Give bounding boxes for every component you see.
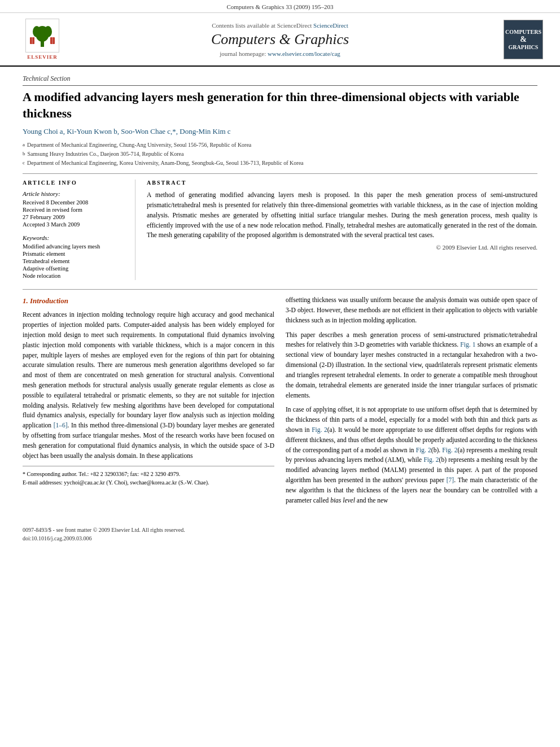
divider2 [23,289,537,290]
intro-heading: 1. Introduction [23,295,274,307]
fig2b-link-2[interactable]: Fig. 2 [423,456,439,463]
abstract-copyright: © 2009 Elsevier Ltd. All rights reserved… [147,244,537,251]
journal-header: ELSEVIER Contents lists available at Sci… [0,13,560,67]
elsevier-name: ELSEVIER [27,54,58,60]
article-body: ARTICLE INFO Article history: Received 8… [23,180,537,280]
keyword-0: Modified advancing layers mesh [23,243,126,250]
journal-header-center: Contents lists available at ScienceDirec… [68,22,492,57]
citation-1-6[interactable]: [1–6] [54,422,68,429]
fig1-link[interactable]: Fig. 1 [460,341,475,348]
history-title: Article history: [23,190,126,197]
article-info-title: ARTICLE INFO [23,180,126,186]
keyword-4: Node relocation [23,273,126,279]
keyword-2: Tetrahedral element [23,258,126,264]
footnote-area: * Corresponding author. Tel.: +82 2 3290… [23,466,274,487]
abstract-text: A method of generating modified advancin… [147,190,537,241]
article-main: 1. Introduction Recent advances in injec… [23,295,537,510]
svg-point-4 [44,26,52,37]
elsevier-logo-image [25,19,59,53]
keywords-title: Keywords: [23,234,126,241]
right-p2: This paper describes a mesh generation p… [286,330,537,401]
keyword-3: Adaptive offsetting [23,265,126,272]
divider [23,173,537,174]
journal-bar: Computers & Graphics 33 (2009) 195–203 [0,0,560,13]
section-label: Technical Section [23,75,537,86]
keyword-1: Prismatic element [23,251,126,257]
journal-title: Computers & Graphics [68,31,492,48]
journal-homepage: journal homepage: www.elsevier.com/locat… [68,50,492,57]
authors-text: Young Choi a, Ki-Youn Kwon b, Soo-Won Ch… [23,127,231,136]
fig2b-link[interactable]: Fig. 2 [416,447,431,453]
sciencedirect-link[interactable]: ScienceDirect [313,22,348,29]
history-revised-label: Received in revised form [23,207,126,213]
main-col-right: offsetting thickness was usually uniform… [286,295,537,510]
right-p3: In case of applying offset, it is not ap… [286,405,537,505]
cg-logo: COMPUTERS & GRAPHICS [504,20,543,59]
citation-7[interactable]: [7] [447,477,454,483]
affiliations: aDepartment of Mechanical Engineering, C… [23,141,537,168]
elsevier-logo: ELSEVIER [17,19,68,60]
affiliation-a: aDepartment of Mechanical Engineering, C… [23,141,537,150]
svg-rect-1 [41,41,44,47]
intro-p1: Recent advances in injection molding tec… [23,310,274,461]
fig2a-link-2[interactable]: Fig. 2 [442,447,457,453]
article-content: Technical Section A modified advancing l… [0,67,560,521]
elsevier-logo-area: ELSEVIER [17,19,68,60]
history-accepted: Accepted 3 March 2009 [23,221,126,228]
authors-line: Young Choi a, Ki-Youn Kwon b, Soo-Won Ch… [23,127,537,136]
journal-url[interactable]: www.elsevier.com/locate/cag [268,50,340,57]
history-revised-date: 27 February 2009 [23,214,126,220]
page-wrapper: Computers & Graphics 33 (2009) 195–203 [0,0,560,747]
footnote-corresponding: * Corresponding author. Tel.: +82 2 3290… [23,470,274,478]
abstract-col: ABSTRACT A method of generating modified… [147,180,537,280]
journal-header-right: COMPUTERS & GRAPHICS [492,20,543,59]
fig2a-link-1[interactable]: Fig. 2 [312,426,327,433]
article-title: A modified advancing layers mesh generat… [23,89,537,121]
journal-citation: Computers & Graphics 33 (2009) 195–203 [226,3,333,10]
main-col-left: 1. Introduction Recent advances in injec… [23,295,274,510]
svg-point-3 [33,26,41,37]
footnote-email: E-mail addresses: yychoi@cau.ac.kr (Y. C… [23,478,274,487]
article-info-col: ARTICLE INFO Article history: Received 8… [23,180,135,280]
sciencedirect-line: Contents lists available at ScienceDirec… [68,22,492,29]
abstract-title: ABSTRACT [147,180,537,186]
footer-line1: 0097-8493/$ - see front matter © 2009 El… [23,526,537,534]
affiliation-c: cDepartment of Mechanical Engineering, K… [23,159,537,168]
keywords-section: Keywords: Modified advancing layers mesh… [23,234,126,279]
right-p1: offsetting thickness was usually uniform… [286,295,537,325]
footer-line2: doi:10.1016/j.cag.2009.03.006 [23,534,537,543]
affiliation-b: bSamsung Heavy Industries Co., Daejeon 3… [23,150,537,159]
history-received: Received 8 December 2008 [23,199,126,206]
page-footer: 0097-8493/$ - see front matter © 2009 El… [0,521,560,548]
